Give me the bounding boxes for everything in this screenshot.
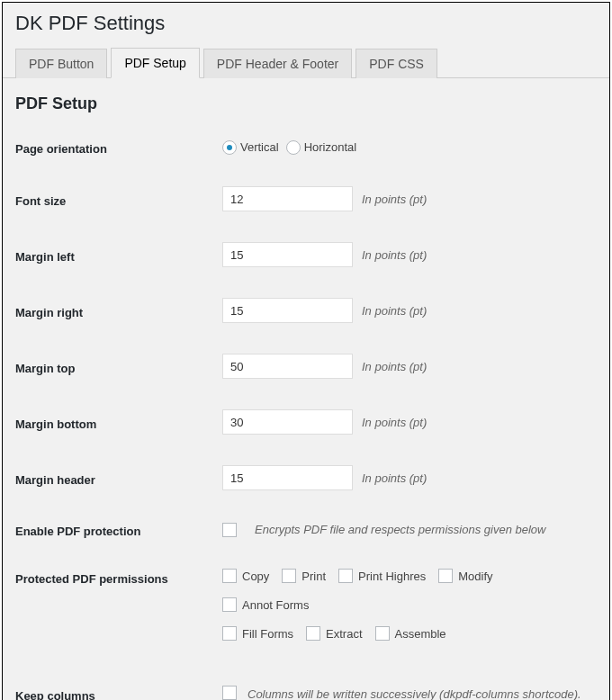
checkbox-copy[interactable]: Copy <box>222 569 269 583</box>
input-margin-bottom[interactable] <box>222 409 353 435</box>
input-font-size[interactable] <box>222 186 353 211</box>
label-protection: Enable PDF protection <box>15 521 222 538</box>
radio-icon <box>222 140 237 155</box>
checkbox-keep-columns[interactable] <box>222 686 242 700</box>
checkbox-icon <box>222 626 237 641</box>
hint-font-size: In points (pt) <box>362 193 427 206</box>
perm-assemble-label: Assemble <box>395 627 446 641</box>
checkbox-fill-forms[interactable]: Fill Forms <box>222 626 293 641</box>
perm-modify-label: Modify <box>458 570 492 583</box>
radio-vertical[interactable]: Vertical <box>222 140 279 155</box>
radio-horizontal[interactable]: Horizontal <box>286 140 357 155</box>
perm-extract-label: Extract <box>326 627 362 641</box>
label-margin-header: Margin header <box>15 470 222 487</box>
radio-icon <box>286 140 301 155</box>
label-font-size: Font size <box>15 191 222 208</box>
label-margin-right: Margin right <box>15 302 222 319</box>
radio-horizontal-label: Horizontal <box>304 140 357 154</box>
checkbox-print[interactable]: Print <box>282 569 326 583</box>
checkbox-icon <box>375 626 390 641</box>
tab-pdf-button[interactable]: PDF Button <box>15 49 107 78</box>
input-margin-right[interactable] <box>222 298 353 323</box>
checkbox-icon <box>222 523 237 537</box>
label-orientation: Page orientation <box>15 139 222 156</box>
tab-pdf-setup[interactable]: PDF Setup <box>111 48 199 78</box>
hint-margin-header: In points (pt) <box>362 471 427 485</box>
section-title: PDF Setup <box>15 94 597 113</box>
radio-vertical-label: Vertical <box>240 140 279 154</box>
checkbox-icon <box>306 626 320 641</box>
checkbox-extract[interactable]: Extract <box>306 626 362 641</box>
input-margin-header[interactable] <box>222 465 353 490</box>
label-keep-columns: Keep columns <box>15 686 222 700</box>
label-permissions: Protected PDF permissions <box>15 569 222 586</box>
checkbox-assemble[interactable]: Assemble <box>375 626 446 641</box>
tab-pdf-header-footer[interactable]: PDF Header & Footer <box>203 49 352 78</box>
checkbox-icon <box>222 597 237 612</box>
checkbox-icon <box>222 686 237 700</box>
checkbox-print-highres[interactable]: Print Highres <box>338 569 426 583</box>
page-title: DK PDF Settings <box>3 3 609 48</box>
checkbox-protection[interactable] <box>222 523 242 537</box>
label-margin-top: Margin top <box>15 358 222 375</box>
checkbox-icon <box>338 569 353 583</box>
checkbox-icon <box>282 569 296 583</box>
input-margin-left[interactable] <box>222 242 353 267</box>
hint-keep-columns: Columns will be written successively (dk… <box>248 686 597 700</box>
label-margin-left: Margin left <box>15 247 222 264</box>
checkbox-annot-forms[interactable]: Annot Forms <box>222 597 309 612</box>
hint-margin-left: In points (pt) <box>362 248 427 262</box>
checkbox-icon <box>222 569 237 583</box>
checkbox-modify[interactable]: Modify <box>438 569 492 583</box>
hint-margin-right: In points (pt) <box>362 304 427 318</box>
perm-fill-forms-label: Fill Forms <box>242 627 293 641</box>
label-margin-bottom: Margin bottom <box>15 414 222 431</box>
tab-pdf-css[interactable]: PDF CSS <box>356 49 437 78</box>
tabs: PDF Button PDF Setup PDF Header & Footer… <box>3 48 609 78</box>
hint-protection: Encrypts PDF file and respects permissio… <box>255 523 545 536</box>
perm-annot-forms-label: Annot Forms <box>242 598 309 612</box>
perm-copy-label: Copy <box>242 570 269 583</box>
hint-margin-top: In points (pt) <box>362 360 427 373</box>
perm-print-label: Print <box>302 570 326 583</box>
checkbox-icon <box>438 569 453 583</box>
input-margin-top[interactable] <box>222 354 353 379</box>
hint-margin-bottom: In points (pt) <box>362 416 427 429</box>
perm-print-highres-label: Print Highres <box>358 570 426 583</box>
